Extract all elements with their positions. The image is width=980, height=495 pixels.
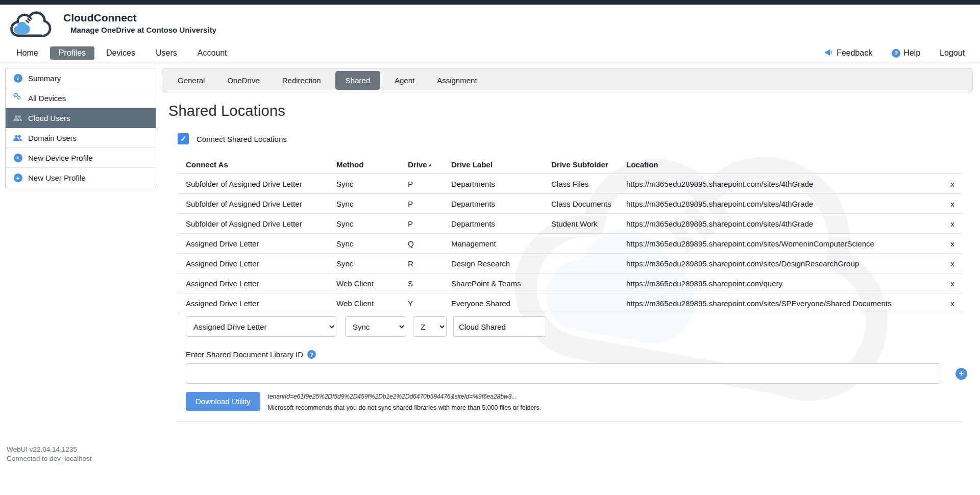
column-connect-as: Connect As <box>178 160 336 169</box>
delete-row-button[interactable]: x <box>943 180 962 188</box>
table-row: Subfolder of Assigned Drive Letter Sync … <box>178 174 962 194</box>
cell-drive-subfolder: Student Work <box>551 219 626 228</box>
cell-drive-subfolder: Class Files <box>551 180 626 188</box>
column-method: Method <box>336 160 408 169</box>
table-row: Subfolder of Assigned Drive Letter Sync … <box>178 214 962 234</box>
cell-connect-as: Assigned Drive Letter <box>178 259 336 268</box>
cell-drive: P <box>408 180 451 188</box>
cell-connect-as: Subfolder of Assigned Drive Letter <box>178 219 336 228</box>
new-location-editor: Assigned Drive Letter Sync Z <box>178 316 973 337</box>
download-utility-button[interactable]: Download Utility <box>186 392 260 411</box>
delete-row-button[interactable]: x <box>943 200 962 208</box>
cell-location: https://m365edu289895.sharepoint.com/sit… <box>626 219 943 228</box>
cell-method: Sync <box>336 259 408 268</box>
column-drive-subfolder: Drive Subfolder <box>551 160 626 169</box>
shared-locations-table: Connect As Method Drive▴ Drive Label Dri… <box>178 156 962 313</box>
section-divider <box>178 422 962 422</box>
sidebar-item-domain-users[interactable]: Domain Users <box>6 128 156 148</box>
delete-row-button[interactable]: x <box>943 259 962 268</box>
cell-connect-as: Assigned Drive Letter <box>178 239 336 248</box>
library-id-input[interactable] <box>186 363 940 384</box>
nav-item-profiles[interactable]: Profiles <box>50 46 94 60</box>
app-header: CloudConnect Manage OneDrive at Contoso … <box>0 5 980 43</box>
cell-drive-label: SharePoint & Teams <box>451 279 551 288</box>
tab-shared[interactable]: Shared <box>335 71 380 90</box>
gears-icon: ⚙⚙ <box>13 93 22 103</box>
feedback-link[interactable]: Feedback <box>825 48 872 58</box>
sync-recommendation-note: Microsoft recommends that you do not syn… <box>268 404 542 411</box>
tab-assignment[interactable]: Assignment <box>426 71 488 90</box>
sidebar-item-new-device-profile[interactable]: + New Device Profile <box>6 148 156 168</box>
cell-method: Sync <box>336 219 408 228</box>
profile-sidebar: i Summary ⚙⚙ All Devices Cloud Users Dom… <box>5 68 156 188</box>
drive-label-input[interactable] <box>453 316 546 337</box>
main-nav: Home Profiles Devices Users Account Feed… <box>0 43 980 63</box>
page-title: Shared Locations <box>168 103 973 119</box>
users-icon <box>13 113 22 122</box>
cell-location: https://m365edu289895.sharepoint.com/que… <box>626 279 943 288</box>
column-drive-label: Drive Label <box>451 160 551 169</box>
tab-general[interactable]: General <box>166 71 216 90</box>
table-row: Assigned Drive Letter Web Client Y Every… <box>178 293 962 313</box>
drive-letter-select[interactable]: Z <box>413 316 447 337</box>
cell-drive-label: Departments <box>451 180 551 188</box>
table-row: Assigned Drive Letter Web Client S Share… <box>178 274 962 293</box>
plus-circle-icon: + <box>13 153 22 162</box>
connect-as-select[interactable]: Assigned Drive Letter <box>186 316 336 337</box>
profile-tabs: General OneDrive Redirection Shared Agen… <box>162 68 973 92</box>
cell-drive: R <box>408 259 451 268</box>
logout-link[interactable]: Logout <box>940 48 965 58</box>
plus-circle-icon: + <box>13 174 22 183</box>
webui-version: WebUI v22.04.14.1235 <box>7 445 92 454</box>
sidebar-item-cloud-users[interactable]: Cloud Users <box>6 108 156 128</box>
column-drive[interactable]: Drive▴ <box>408 160 451 169</box>
help-link[interactable]: ? Help <box>892 48 920 58</box>
sort-ascending-icon: ▴ <box>429 162 432 167</box>
cell-location: https://m365edu289895.sharepoint.com/sit… <box>626 239 943 248</box>
cell-connect-as: Assigned Drive Letter <box>178 279 336 288</box>
nav-item-account[interactable]: Account <box>197 46 228 60</box>
cell-drive: Y <box>408 299 451 308</box>
method-select[interactable]: Sync <box>345 316 406 337</box>
sidebar-item-summary[interactable]: i Summary <box>6 68 156 88</box>
table-row: Assigned Drive Letter Sync Q Management … <box>178 234 962 254</box>
cloudconnect-logo <box>7 9 55 42</box>
connect-shared-locations-checkbox[interactable] <box>178 133 189 144</box>
cell-drive-label: Management <box>451 239 551 248</box>
cell-connect-as: Subfolder of Assigned Drive Letter <box>178 180 336 188</box>
cell-connect-as: Assigned Drive Letter <box>178 299 336 308</box>
connect-shared-locations-label: Connect Shared Locations <box>197 135 287 143</box>
table-header-row: Connect As Method Drive▴ Drive Label Dri… <box>178 156 962 174</box>
tab-agent[interactable]: Agent <box>383 71 426 90</box>
tab-onedrive[interactable]: OneDrive <box>216 71 271 90</box>
cell-method: Sync <box>336 239 408 248</box>
cell-location: https://m365edu289895.sharepoint.com/sit… <box>626 180 943 188</box>
add-location-button[interactable]: + <box>955 368 967 380</box>
sidebar-item-new-user-profile[interactable]: + New User Profile <box>6 168 156 188</box>
cell-location: https://m365edu289895.sharepoint.com/sit… <box>626 299 943 308</box>
cell-drive: S <box>408 279 451 288</box>
cell-method: Web Client <box>336 299 408 308</box>
tab-redirection[interactable]: Redirection <box>271 71 332 90</box>
cell-drive: P <box>408 219 451 228</box>
cell-drive-subfolder: Class Documents <box>551 200 626 208</box>
nav-item-devices[interactable]: Devices <box>105 46 136 60</box>
library-id-help-icon[interactable]: ? <box>307 350 316 359</box>
delete-row-button[interactable]: x <box>943 239 962 248</box>
table-row: Assigned Drive Letter Sync R Design Rese… <box>178 254 962 274</box>
top-strip <box>0 0 980 5</box>
delete-row-button[interactable]: x <box>943 279 962 288</box>
cell-drive-label: Departments <box>451 200 551 208</box>
delete-row-button[interactable]: x <box>943 219 962 228</box>
cell-connect-as: Subfolder of Assigned Drive Letter <box>178 200 336 208</box>
help-icon: ? <box>892 49 900 58</box>
sidebar-item-all-devices[interactable]: ⚙⚙ All Devices <box>6 88 156 108</box>
cell-method: Web Client <box>336 279 408 288</box>
nav-item-users[interactable]: Users <box>155 46 178 60</box>
nav-item-home[interactable]: Home <box>15 46 39 60</box>
main-content: General OneDrive Redirection Shared Agen… <box>162 63 973 422</box>
footer-status: WebUI v22.04.14.1235 Connected to dev_lo… <box>7 445 92 463</box>
delete-row-button[interactable]: x <box>943 299 962 308</box>
users-icon <box>13 133 22 142</box>
cell-method: Sync <box>336 180 408 188</box>
